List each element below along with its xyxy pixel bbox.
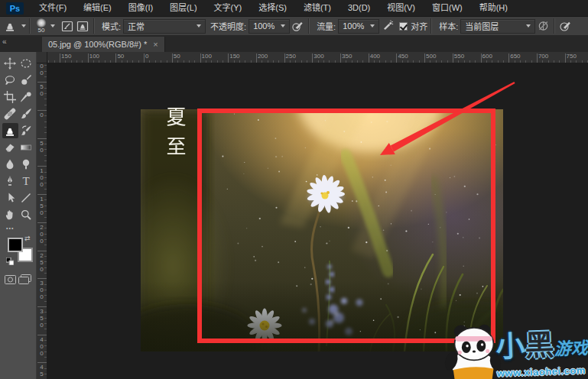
sample-label: 样本: [439,20,458,32]
tool-preset-chevron-icon[interactable] [21,24,26,28]
sample-value: 当前图层 [465,20,522,32]
brush-size-value: 50 [38,28,45,34]
flow-value: 100% [343,21,366,31]
ignore-adjustment-layers-icon[interactable] [535,19,551,34]
tool-preset-stamp-icon[interactable] [2,19,18,34]
menu-layer[interactable]: 图层(L) [161,0,205,16]
toggle-clone-source-panel-button[interactable] [75,19,90,34]
move-tool[interactable] [2,56,18,71]
photoshop-window: Ps 文件(F) 编辑(E) 图像(I) 图层(L) 文字(Y) 选择(S) 滤… [0,0,588,379]
marquee-tool[interactable] [18,56,34,71]
eraser-tool[interactable] [2,140,18,155]
swap-colors-icon[interactable]: ⇄ [24,235,31,242]
align-checkbox[interactable] [399,22,408,31]
flow-label: 流量: [317,20,336,32]
eyedropper-tool[interactable] [18,89,34,105]
mode-label: 模式: [102,20,121,32]
type-tool[interactable]: T [18,173,34,189]
quick-selection-tool[interactable] [18,73,34,88]
annotation-rectangle [197,109,495,343]
pressure-size-icon[interactable] [557,19,573,34]
watermark-sub: 游戏 [554,339,588,359]
hand-tool[interactable] [2,207,18,222]
blend-mode-value: 正常 [128,20,193,32]
opacity-dropdown[interactable]: 100% [249,19,290,34]
dodge-tool[interactable] [18,157,34,172]
airbrush-icon[interactable] [379,19,395,34]
photo-caption-text: 夏至 [161,106,189,166]
menu-image[interactable]: 图像(I) [120,0,161,16]
watermark-char-xiao: 小 [495,330,525,363]
pen-tool[interactable] [2,173,18,189]
document-tab-title: 05.jpg @ 100%(RGB/8#) * [48,40,147,49]
watermark-char-hei: 黑 [525,329,554,361]
collapse-panels-icon[interactable]: « [2,37,6,46]
vertical-ruler[interactable]: 10050050100150200250300350400450 [37,63,47,379]
svg-text:T: T [23,175,30,187]
toolbar-overflow-icon[interactable]: ••• [0,222,36,231]
blend-mode-dropdown[interactable]: 正常 [123,19,206,34]
toolbar-bottom-buttons [0,266,36,287]
path-selection-tool[interactable] [2,190,18,206]
screen-mode-icon[interactable] [18,274,31,287]
quick-mask-icon[interactable] [5,274,16,287]
blur-tool[interactable] [2,157,18,172]
default-colors-icon[interactable] [6,254,14,268]
watermark-text: 小黑游戏 www.xiaohei.com [495,330,588,379]
opacity-value: 100% [253,21,277,31]
gradient-tool[interactable] [18,140,34,155]
menu-select[interactable]: 选择(S) [250,0,295,16]
zoom-tool[interactable] [18,207,34,222]
tab-close-icon[interactable]: × [153,40,158,49]
color-swatches: ⇄ [0,232,36,266]
tools-panel: T ••• ⇄ [0,52,37,379]
document-tab[interactable]: 05.jpg @ 100%(RGB/8#) * × [42,37,165,52]
brush-preset-picker[interactable]: 50 [36,18,47,34]
photoshop-logo: Ps [6,2,24,15]
opacity-label: 不透明度: [210,20,246,32]
watermark-url: www.xiaohei.com [496,364,588,379]
crop-tool[interactable] [2,89,18,105]
menu-bar: Ps 文件(F) 编辑(E) 图像(I) 图层(L) 文字(Y) 选择(S) 滤… [0,0,588,17]
menu-edit[interactable]: 编辑(E) [75,0,120,16]
tool-options-bar: 50 模式: 正常 不透明度: 100% 流量: 100% [0,17,588,36]
foreground-color-swatch[interactable] [8,238,23,252]
menu-type[interactable]: 文字(Y) [206,0,251,16]
brush-picker-chevron-icon[interactable] [50,24,55,28]
menu-filter[interactable]: 滤镜(T) [295,0,339,16]
menu-window[interactable]: 窗口(W) [424,0,471,16]
watermark: 小黑游戏 www.xiaohei.com [441,323,588,379]
brush-tool[interactable] [18,106,34,121]
history-brush-tool[interactable] [18,123,34,138]
sample-dropdown[interactable]: 当前图层 [460,19,535,34]
toggle-brush-panel-button[interactable] [60,19,75,34]
lasso-tool[interactable] [2,73,18,88]
menu-file[interactable]: 文件(F) [31,0,75,16]
document-tab-bar: « 05.jpg @ 100%(RGB/8#) * × [0,36,588,52]
menu-3d[interactable]: 3D(D) [339,0,378,16]
pressure-opacity-icon[interactable] [290,19,305,34]
clone-stamp-tool[interactable] [2,123,18,138]
align-label: 对齐 [411,20,427,32]
tools-grid: T [0,52,36,222]
ruler-origin-corner[interactable] [37,52,47,63]
healing-brush-tool[interactable] [2,106,18,121]
horizontal-ruler[interactable]: 1501005005010015020025030035040045050055… [47,52,588,63]
menu-view[interactable]: 视图(V) [378,0,424,16]
flow-dropdown[interactable]: 100% [338,19,379,34]
line-tool[interactable] [18,190,34,206]
menu-help[interactable]: 帮助(H) [471,0,516,16]
